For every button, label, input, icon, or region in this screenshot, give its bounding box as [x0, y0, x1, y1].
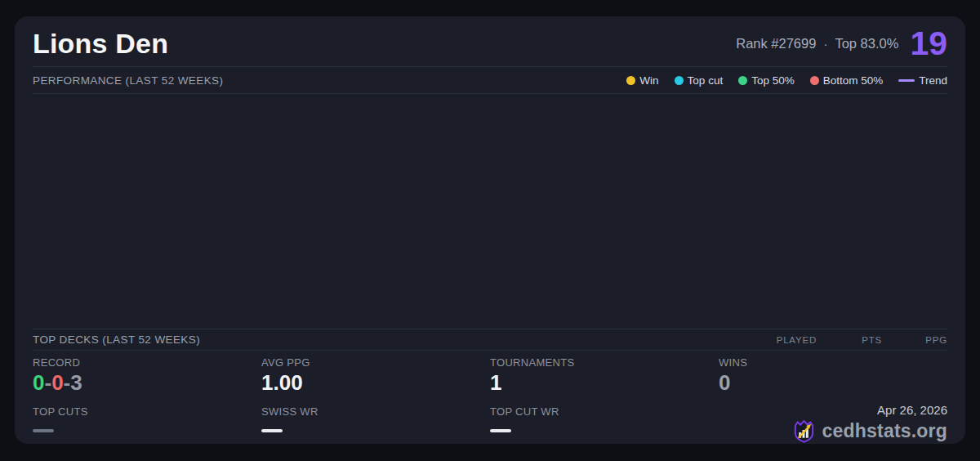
top-decks-columns: PLAYEDPTSPPG: [751, 335, 947, 345]
tournaments-value: 1: [490, 371, 719, 395]
top-percent: Top 83.0%: [835, 36, 898, 51]
column-header-played: PLAYED: [751, 335, 817, 345]
stats-grid: RECORD 0-0-3 AVG PPG 1.00 TOURNAMENTS 1 …: [33, 351, 947, 441]
rank-number: Rank #27699: [736, 36, 816, 51]
legend-line-marker: [898, 79, 915, 82]
top-cuts-value: [33, 429, 54, 432]
stat-avg-ppg: AVG PPG 1.00: [261, 351, 490, 400]
record-label: RECORD: [33, 356, 261, 369]
avg-ppg-label: AVG PPG: [261, 356, 490, 369]
stat-wins: WINS 0: [719, 351, 947, 400]
card-header: Lions Den Rank #27699 · Top 83.0% 19: [33, 16, 947, 67]
top-decks-header-row: TOP DECKS (LAST 52 WEEKS) PLAYEDPTSPPG: [33, 329, 947, 351]
legend-dot-marker: [810, 76, 819, 85]
performance-chart: [33, 94, 947, 329]
legend-item-bottom-50-: Bottom 50%: [810, 74, 884, 87]
wins-value: 0: [719, 371, 947, 395]
dot-separator: ·: [823, 37, 827, 51]
stat-tournaments: TOURNAMENTS 1: [490, 351, 719, 400]
chart-legend: WinTop cutTop 50%Bottom 50%Trend: [626, 74, 947, 87]
performance-section-label: PERFORMANCE (LAST 52 WEEKS): [33, 74, 223, 87]
legend-dot-marker: [626, 76, 635, 85]
stat-swiss-wr: SWISS WR: [261, 400, 490, 441]
legend-dot-marker: [675, 76, 684, 85]
swiss-wr-value: [261, 429, 283, 432]
legend-item-trend: Trend: [898, 74, 947, 87]
top-cut-wr-value: [490, 429, 511, 432]
avg-ppg-value: 1.00: [261, 371, 490, 395]
top-cuts-label: TOP CUTS: [33, 405, 261, 418]
rank-summary: Rank #27699 · Top 83.0% 19: [736, 22, 947, 60]
stat-top-cuts: TOP CUTS: [33, 400, 261, 441]
legend-dot-marker: [738, 76, 747, 85]
record-value: 0-0-3: [33, 371, 261, 395]
stats-card: Lions Den Rank #27699 · Top 83.0% 19 PER…: [15, 16, 965, 444]
swiss-wr-label: SWISS WR: [261, 405, 490, 418]
tournaments-label: TOURNAMENTS: [490, 356, 719, 369]
legend-item-win: Win: [626, 74, 658, 87]
page-title: Lions Den: [33, 23, 168, 60]
date-label: Apr 26, 2026: [877, 403, 947, 417]
stat-record: RECORD 0-0-3: [33, 351, 261, 400]
wins-label: WINS: [719, 356, 947, 369]
column-header-ppg: PPG: [882, 335, 947, 345]
top-cut-wr-label: TOP CUT WR: [490, 405, 719, 418]
rank-text: Rank #27699 · Top 83.0%: [736, 36, 898, 51]
brand: cedhstats.org: [791, 418, 947, 444]
column-header-pts: PTS: [817, 335, 882, 345]
brand-text: cedhstats.org: [822, 420, 947, 442]
cedhstats-logo-icon: [791, 418, 817, 444]
footer: Apr 26, 2026 cedhstats.org: [719, 400, 947, 441]
legend-item-top-cut: Top cut: [675, 74, 724, 87]
deck-count-number: 19: [910, 27, 947, 60]
legend-item-top-50-: Top 50%: [738, 74, 795, 87]
top-decks-section-label: TOP DECKS (LAST 52 WEEKS): [33, 333, 200, 346]
stat-top-cut-wr: TOP CUT WR: [490, 400, 719, 441]
performance-header-row: PERFORMANCE (LAST 52 WEEKS) WinTop cutTo…: [33, 67, 947, 94]
